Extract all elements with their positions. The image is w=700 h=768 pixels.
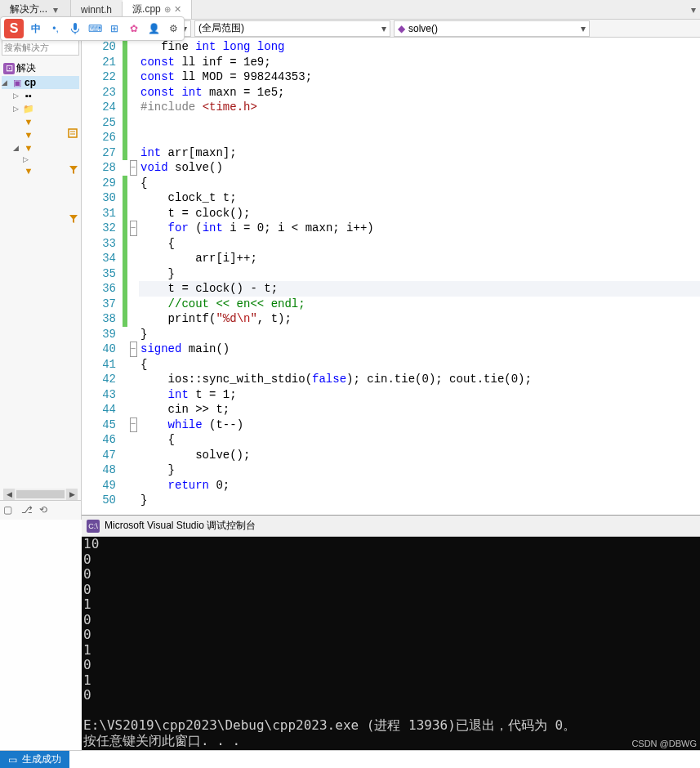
tree-row[interactable]: ▼ — [2, 115, 79, 128]
fold-column[interactable]: −−−− — [127, 38, 139, 520]
fold-toggle[interactable]: − — [130, 221, 137, 236]
scroll-left-arrow[interactable]: ◀ — [3, 489, 15, 500]
keyboard-icon[interactable]: ⌨ — [87, 21, 102, 36]
chevron-down-icon[interactable]: ▾ — [51, 4, 60, 16]
sync-icon[interactable]: ⟲ — [39, 504, 52, 517]
gamepad-icon[interactable]: ⊞ — [107, 21, 122, 36]
clipped-toolbar-icon[interactable] — [67, 164, 80, 176]
debug-console-window: C:\ Microsoft Visual Studio 调试控制台 10 0 0… — [82, 515, 700, 750]
expand-arrow-icon[interactable]: ◢ — [2, 78, 10, 87]
external-deps-icon: 📁 — [23, 103, 34, 114]
ime-toolbar[interactable]: S 中 •, ⌨ ⊞ ✿ 👤 ⚙ — [0, 16, 185, 41]
line-number-gutter: 2021222324252627282930313233343536373839… — [82, 38, 123, 520]
user-icon[interactable]: 👤 — [146, 21, 161, 36]
project-node[interactable]: ◢ ▣ cp — [2, 76, 79, 89]
sidebar-footer: ▢ ⎇ ⟲ — [0, 500, 81, 520]
code-content[interactable]: fine int long longconst ll inf = 1e9;con… — [139, 38, 700, 520]
console-title-text: Microsoft Visual Studio 调试控制台 — [105, 519, 256, 533]
filter-folder-icon: ▼ — [23, 142, 34, 154]
filter-folder-icon: ▼ — [23, 116, 34, 127]
filter-folder-icon: ▼ — [23, 165, 34, 176]
solution-tree[interactable]: ⊡ 解决 ◢ ▣ cp ▷ ▪▪ ▷ 📁 ▼ — [0, 57, 81, 181]
function-icon: ◆ — [398, 23, 405, 34]
solution-icon: ⊡ — [3, 63, 15, 74]
fold-toggle[interactable]: − — [130, 160, 137, 176]
close-icon[interactable]: ✕ — [174, 4, 181, 15]
solution-tab-label: 解决方... — [10, 2, 47, 16]
cpp-project-icon: ▣ — [11, 77, 23, 88]
solution-search-input[interactable]: 搜索解决方 — [2, 39, 79, 56]
global-scope-dropdown[interactable]: (全局范围) ▾ — [194, 20, 390, 37]
build-status-label: 生成成功 — [22, 752, 61, 766]
fold-toggle[interactable]: − — [130, 342, 137, 357]
symbol-scope-dropdown[interactable]: ◆ solve() ▾ — [394, 20, 590, 37]
expand-arrow-icon[interactable]: ◢ — [13, 144, 21, 152]
scroll-thumb[interactable] — [16, 490, 65, 498]
chevron-down-icon: ▾ — [581, 23, 586, 34]
file-tab-winnt[interactable]: winnt.h — [71, 2, 123, 18]
status-bar: ▭ 生成成功 — [0, 750, 700, 768]
symbol-scope-label: solve() — [408, 23, 438, 34]
solution-explorer-sidebar: 搜索解决方 ⊡ 解决 ◢ ▣ cp ▷ ▪▪ ▷ 📁 — [0, 38, 82, 520]
flower-icon[interactable]: ✿ — [127, 21, 141, 36]
pin-icon[interactable]: ⊕ — [164, 5, 171, 14]
console-output[interactable]: 10 0 0 0 1 0 0 1 0 1 0 E:\VS2019\cpp2023… — [82, 537, 700, 750]
ime-punct-icon[interactable]: •, — [48, 21, 63, 36]
global-scope-label: (全局范围) — [198, 21, 244, 35]
expand-arrow-icon[interactable]: ▷ — [23, 155, 31, 163]
ime-lang-toggle[interactable]: 中 — [29, 21, 43, 36]
tree-row[interactable]: ▷ ▪▪ — [2, 89, 79, 102]
clipped-toolbar-icon[interactable] — [67, 127, 80, 139]
references-icon: ▪▪ — [23, 90, 34, 101]
expand-arrow-icon[interactable]: ▷ — [13, 92, 21, 100]
chevron-down-icon: ▾ — [381, 23, 386, 34]
check-icon: ▭ — [8, 754, 17, 766]
solution-label: 解决 — [16, 61, 36, 75]
tree-row[interactable]: ▷ 📁 — [2, 102, 79, 115]
console-titlebar[interactable]: C:\ Microsoft Visual Studio 调试控制台 — [82, 516, 700, 537]
solution-node[interactable]: ⊡ 解决 — [2, 60, 79, 76]
fold-toggle[interactable]: − — [130, 417, 137, 433]
search-placeholder: 搜索解决方 — [4, 42, 49, 52]
gear-icon[interactable]: ⚙ — [166, 21, 181, 36]
svg-rect-0 — [69, 129, 77, 137]
tree-row[interactable]: ▷ — [2, 154, 79, 164]
sogou-logo-icon[interactable]: S — [4, 19, 24, 38]
build-status[interactable]: ▭ 生成成功 — [0, 751, 69, 768]
project-label: cp — [25, 77, 36, 88]
file-tab-label: 源.cpp — [132, 2, 161, 16]
code-editor[interactable]: 2021222324252627282930313233343536373839… — [82, 38, 700, 520]
horizontal-scrollbar[interactable]: ◀ ▶ — [3, 489, 78, 500]
microphone-icon[interactable] — [68, 21, 82, 36]
tab-overflow-icon[interactable]: ▾ — [690, 4, 700, 16]
box-icon[interactable]: ▢ — [3, 504, 16, 517]
tree-row[interactable]: ◢ ▼ — [2, 141, 79, 154]
file-tab-label: winnt.h — [81, 4, 112, 16]
main-split: 搜索解决方 ⊡ 解决 ◢ ▣ cp ▷ ▪▪ ▷ 📁 — [0, 38, 700, 520]
filter-folder-icon: ▼ — [23, 129, 34, 141]
clipped-toolbar-icon[interactable] — [67, 213, 80, 225]
git-icon[interactable]: ⎇ — [21, 504, 34, 517]
vs-console-icon: C:\ — [87, 520, 100, 533]
expand-arrow-icon[interactable]: ▷ — [13, 105, 21, 113]
scroll-right-arrow[interactable]: ▶ — [66, 489, 78, 500]
watermark: CSDN @DBWG — [631, 739, 697, 748]
